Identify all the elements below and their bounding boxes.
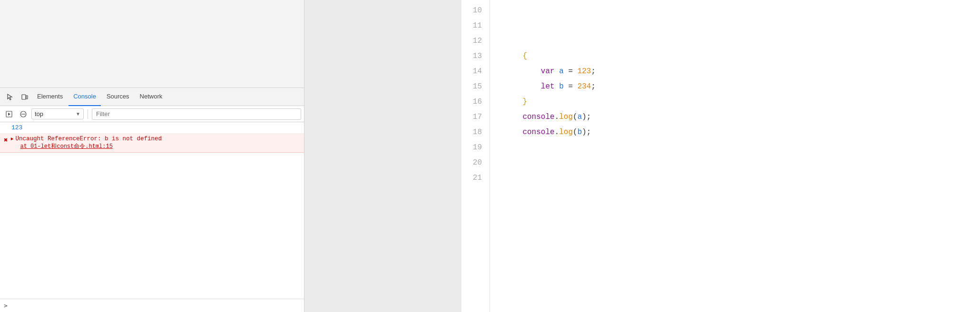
line-numbers: 10 11 12 13 14 15 16 17 18 19 20 21: [461, 0, 490, 312]
line-num-10: 10: [461, 4, 490, 19]
devtools-inspector-area: [0, 0, 304, 88]
code-content: { var a = 123; let b = 234; } console.lo…: [490, 0, 980, 312]
code-editor: 10 11 12 13 14 15 16 17 18 19 20 21 {: [461, 0, 980, 312]
code-line-19: [504, 141, 980, 156]
code-line-16: }: [504, 95, 980, 110]
code-line-17: console.log(a);: [504, 110, 980, 126]
error-content: ► Uncaught ReferenceError: b is not defi…: [10, 136, 300, 150]
cursor-tool-icon[interactable]: [4, 90, 17, 104]
line-num-18: 18: [461, 126, 490, 141]
keyword-console-1: console: [522, 113, 554, 121]
error-location-link[interactable]: at 01-let和const命令.html:15: [20, 142, 300, 150]
console-error-entry: ✖ ► Uncaught ReferenceError: b is not de…: [0, 134, 304, 153]
arg-b: b: [578, 128, 582, 136]
line-num-21: 21: [461, 171, 490, 186]
console-filter-input[interactable]: [92, 108, 301, 120]
line-num-17: 17: [461, 110, 490, 126]
line-num-19: 19: [461, 141, 490, 156]
svg-marker-3: [8, 113, 10, 116]
tab-sources[interactable]: Sources: [102, 88, 134, 106]
code-line-21: [504, 171, 980, 186]
keyword-let: let: [541, 82, 555, 91]
tab-network[interactable]: Network: [135, 88, 167, 106]
line-num-11: 11: [461, 19, 490, 34]
code-editor-panel: 10 11 12 13 14 15 16 17 18 19 20 21 {: [461, 0, 980, 312]
code-line-15: let b = 234;: [504, 80, 980, 95]
error-message: Uncaught ReferenceError: b is not define…: [15, 136, 162, 142]
run-script-button[interactable]: [3, 108, 15, 120]
code-line-14: var a = 123;: [504, 65, 980, 80]
clear-console-button[interactable]: [17, 108, 29, 120]
device-toolbar-icon[interactable]: [18, 90, 31, 104]
line-num-12: 12: [461, 34, 490, 49]
toolbar-divider: [88, 109, 88, 119]
code-line-12: [504, 34, 980, 49]
console-prompt: >: [4, 302, 8, 309]
var-b: b: [559, 82, 564, 91]
method-log-2: log: [559, 128, 573, 136]
console-log-entry: 123: [0, 122, 304, 134]
line-num-15: 15: [461, 80, 490, 95]
devtools-tab-bar: Elements Console Sources Network: [0, 88, 304, 106]
error-icon: ✖: [4, 136, 8, 144]
brace-close: }: [522, 98, 527, 106]
console-context-selector[interactable]: top ▼: [31, 108, 84, 119]
error-first-line: ► Uncaught ReferenceError: b is not defi…: [10, 136, 300, 142]
expand-error-icon[interactable]: ►: [10, 136, 13, 142]
line-num-13: 13: [461, 49, 490, 65]
line-num-14: 14: [461, 65, 490, 80]
keyword-var: var: [541, 67, 555, 76]
method-log-1: log: [559, 113, 573, 121]
console-output: 123 ✖ ► Uncaught ReferenceError: b is no…: [0, 122, 304, 299]
keyword-console-2: console: [522, 128, 554, 136]
var-a: a: [559, 67, 564, 76]
middle-panel: [304, 0, 461, 312]
console-input[interactable]: [10, 302, 300, 309]
code-line-20: [504, 156, 980, 171]
line-num-16: 16: [461, 95, 490, 110]
line-num-20: 20: [461, 156, 490, 171]
log-value: 123: [11, 124, 22, 131]
console-toolbar: top ▼: [0, 106, 304, 122]
svg-rect-1: [26, 96, 28, 99]
brace-open: {: [522, 52, 527, 60]
code-line-10: [504, 4, 980, 19]
devtools-panel: Elements Console Sources Network top: [0, 0, 304, 312]
code-line-11: [504, 19, 980, 34]
code-line-13: {: [504, 49, 980, 65]
num-234: 234: [578, 82, 591, 91]
svg-rect-0: [22, 95, 26, 99]
code-line-18: console.log(b);: [504, 126, 980, 141]
tab-console[interactable]: Console: [69, 88, 101, 106]
chevron-down-icon: ▼: [76, 111, 80, 117]
console-input-area: >: [0, 299, 304, 312]
arg-a: a: [578, 113, 582, 121]
num-123: 123: [578, 67, 591, 76]
tab-elements[interactable]: Elements: [32, 88, 68, 106]
